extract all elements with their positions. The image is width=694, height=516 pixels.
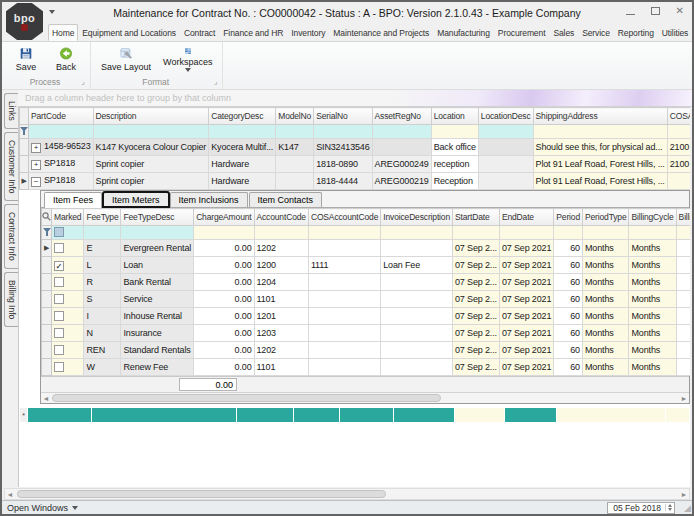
cell-startdate[interactable]: 07 Sep 2... — [453, 274, 500, 291]
group-by-bar[interactable]: Drag a column header here to group by th… — [18, 90, 692, 107]
cell-startdate[interactable]: 07 Sep 2... — [453, 308, 500, 325]
cell-enddate[interactable]: 07 Sep 2021 — [499, 274, 553, 291]
dialog-launcher-icon[interactable]: ⌟ — [81, 77, 85, 86]
minimize-icon[interactable] — [626, 14, 635, 15]
cell-billingcycle[interactable]: Months — [629, 359, 676, 376]
cell-startdate[interactable]: 07 Sep 2... — [453, 257, 500, 274]
column-header-startdate[interactable]: StartDate — [453, 209, 500, 226]
filter-cell-modelno[interactable] — [276, 125, 314, 139]
cell-billingcycle[interactable]: Months — [629, 342, 676, 359]
cell-invoicedescription[interactable] — [381, 359, 453, 376]
cell-cosaccountcode[interactable] — [308, 240, 380, 257]
cell-assetregno[interactable]: AREG000249 — [372, 156, 431, 173]
marked-checkbox[interactable] — [54, 243, 64, 253]
filter-cell-serialno[interactable] — [314, 125, 372, 139]
cell-period[interactable]: 60 — [554, 325, 583, 342]
expand-icon[interactable]: + — [31, 143, 41, 153]
column-header-shippingaddress[interactable]: ShippingAddress — [533, 108, 667, 125]
resize-grip-icon[interactable]: ◢ — [684, 504, 691, 513]
cell-marked[interactable] — [52, 308, 84, 325]
cell-enddate[interactable]: 07 Sep 2021 — [499, 308, 553, 325]
cell-periodtype[interactable]: Months — [582, 325, 629, 342]
new-cell-categorydesc[interactable] — [236, 408, 294, 423]
cell-serialno[interactable]: 1818-0890 — [314, 156, 372, 173]
filter-cell-partcode[interactable] — [29, 125, 94, 139]
cell-periodtype[interactable]: Months — [582, 359, 629, 376]
scroll-right-icon[interactable]: ► — [679, 393, 689, 403]
cell-feetypedesc[interactable]: Renew Fee — [121, 359, 194, 376]
column-header-periodtype[interactable]: PeriodType — [582, 209, 629, 226]
date-spinner[interactable] — [665, 504, 672, 511]
detail-tab-item-fees[interactable]: Item Fees — [44, 192, 102, 208]
cell-categorydesc[interactable]: Hardware — [209, 156, 276, 173]
cell-billingcycle[interactable]: Months — [629, 291, 676, 308]
cell-invoicedescription[interactable] — [381, 274, 453, 291]
cell-feetype[interactable]: L — [84, 257, 121, 274]
column-header-period[interactable]: Period — [554, 209, 583, 226]
cell-cosaccountcode[interactable]: 1111 — [308, 257, 380, 274]
marked-checkbox[interactable] — [54, 362, 64, 372]
cell-serialno[interactable]: SIN32413546 — [314, 139, 372, 156]
ribbon-tab-procurement[interactable]: Procurement — [494, 24, 550, 41]
ribbon-tab-utilities[interactable]: Utilities — [658, 24, 693, 41]
column-header-chargeamount[interactable]: ChargeAmount — [194, 209, 254, 226]
cell-billingperiod[interactable]: 7 — [676, 342, 690, 359]
equipment-row[interactable]: ▶−SP1818Sprint copierHardware1818-4444AR… — [20, 173, 691, 190]
cell-feetype[interactable]: N — [84, 325, 121, 342]
ribbon-tab-finance-and-hr[interactable]: Finance and HR — [219, 24, 287, 41]
cell-feetypedesc[interactable]: Bank Rental — [121, 274, 194, 291]
filter-cell-billingcycle[interactable] — [629, 226, 676, 240]
detail-tab-item-meters[interactable]: Item Meters — [103, 192, 169, 207]
cell-feetype[interactable]: W — [84, 359, 121, 376]
cell-marked[interactable] — [52, 257, 84, 274]
cell-period[interactable]: 60 — [554, 291, 583, 308]
workspaces-dropdown-icon[interactable] — [185, 68, 191, 72]
cell-periodtype[interactable]: Months — [582, 291, 629, 308]
filter-cell-chargeamount[interactable] — [194, 226, 254, 240]
cell-location[interactable]: Back office — [431, 139, 478, 156]
cell-invoicedescription[interactable] — [381, 291, 453, 308]
cell-periodtype[interactable]: Months — [582, 342, 629, 359]
cell-billingperiod[interactable]: 7 — [676, 240, 690, 257]
cell-accountcode[interactable]: 1204 — [254, 274, 308, 291]
filter-cell-cosaccountcode[interactable] — [308, 226, 380, 240]
side-tab-billing-info[interactable]: Billing Info — [4, 272, 18, 327]
cell-accountcode[interactable]: 1200 — [254, 257, 308, 274]
filter-cell-description[interactable] — [93, 125, 209, 139]
cell-chargeamount[interactable]: 0.00 — [194, 342, 254, 359]
fee-row[interactable]: RENStandard Rentals0.00120207 Sep 2...07… — [42, 342, 691, 359]
column-header-assetregno[interactable]: AssetRegNo — [372, 108, 431, 125]
new-entry-row[interactable]: * — [20, 408, 690, 423]
cell-enddate[interactable]: 07 Sep 2021 — [499, 359, 553, 376]
cell-feetype[interactable]: E — [84, 240, 121, 257]
filter-cell-location[interactable] — [431, 125, 478, 139]
cell-marked[interactable] — [52, 274, 84, 291]
cell-cosaccountcode[interactable] — [308, 274, 380, 291]
detail-tab-item-contacts[interactable]: Item Contacts — [249, 192, 323, 207]
cell-billingperiod[interactable]: 7 — [676, 257, 690, 274]
column-header-description[interactable]: Description — [93, 108, 209, 125]
column-header-categorydesc[interactable]: CategoryDesc — [209, 108, 276, 125]
cell-feetypedesc[interactable]: Insurance — [121, 325, 194, 342]
marked-checkbox[interactable] — [54, 277, 64, 287]
filter-cell-billingperiod[interactable] — [676, 226, 690, 240]
cell-chargeamount[interactable]: 0.00 — [194, 308, 254, 325]
main-horizontal-scrollbar[interactable]: ◄ ► — [4, 488, 690, 500]
cell-accountcode[interactable]: 1202 — [254, 342, 308, 359]
filter-cell-enddate[interactable] — [499, 226, 553, 240]
cell-feetypedesc[interactable]: Service — [121, 291, 194, 308]
cell-feetypedesc[interactable]: Standard Rentals — [121, 342, 194, 359]
cell-billingcycle[interactable]: Months — [629, 274, 676, 291]
cell-startdate[interactable]: 07 Sep 2... — [453, 325, 500, 342]
cell-locationdesc[interactable] — [478, 139, 533, 156]
cell-partcode[interactable]: +1458-96523 — [29, 139, 94, 156]
cell-period[interactable]: 60 — [554, 342, 583, 359]
cell-cosaccountcode[interactable] — [308, 359, 380, 376]
scroll-left-icon[interactable]: ◄ — [5, 489, 15, 499]
column-header-billingcycle[interactable]: BillingCycle — [629, 209, 676, 226]
fee-row[interactable]: IInhouse Rental0.00120107 Sep 2...07 Sep… — [42, 308, 691, 325]
cell-invoicedescription[interactable] — [381, 325, 453, 342]
cell-period[interactable]: 60 — [554, 274, 583, 291]
side-tab-contract-info[interactable]: Contract Info — [4, 204, 18, 269]
fee-row[interactable]: ▶EEvergreen Rental0.00120207 Sep 2...07 … — [42, 240, 691, 257]
